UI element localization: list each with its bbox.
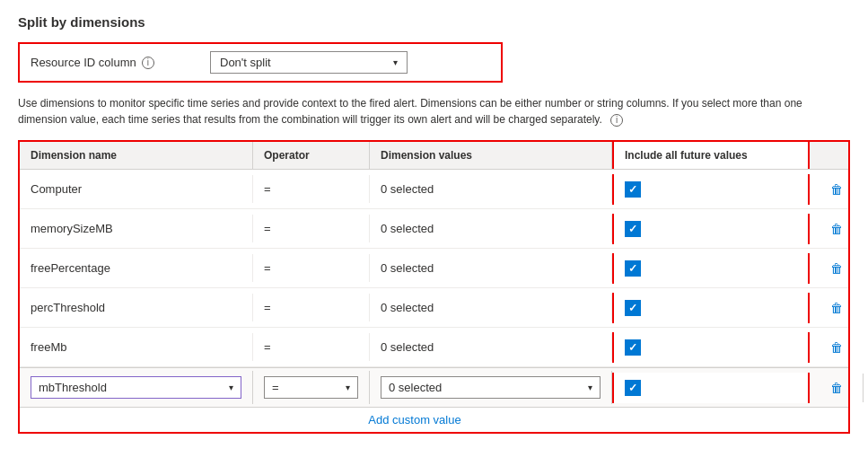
table-row: freeMb = 0 selected 🗑: [20, 328, 848, 367]
td-last-include-future: [612, 373, 810, 403]
last-operator-value: =: [272, 381, 279, 394]
td-delete-memorysizemb: 🗑: [810, 215, 864, 243]
td-operator-percthreshold: =: [253, 294, 370, 321]
td-operator-freemb: =: [253, 333, 370, 361]
table-row: memorySizeMB = 0 selected 🗑: [20, 209, 848, 249]
td-include-future-percthreshold: [612, 293, 810, 323]
delete-memorysizemb-icon[interactable]: 🗑: [820, 222, 853, 236]
th-dimension-values: Dimension values: [370, 142, 612, 169]
td-delete-computer: 🗑: [810, 175, 864, 204]
delete-freepercentage-icon[interactable]: 🗑: [820, 261, 853, 276]
td-values-freepercentage: 0 selected: [370, 254, 612, 282]
checkbox-freepercentage[interactable]: [625, 260, 641, 277]
td-last-delete: 🗑: [810, 374, 864, 402]
last-dimension-dropdown[interactable]: mbThreshold ▾: [31, 376, 241, 399]
checkbox-last-row[interactable]: [625, 380, 641, 396]
last-values-value: 0 selected: [389, 381, 442, 394]
table-row: freePercentage = 0 selected 🗑: [20, 249, 848, 288]
table-row: percThreshold = 0 selected 🗑: [20, 288, 848, 328]
checkbox-freemb[interactable]: [625, 339, 641, 356]
delete-percthreshold-icon[interactable]: 🗑: [820, 301, 853, 315]
td-last-dimension: mbThreshold ▾: [20, 371, 253, 404]
td-values-memorysizemb: 0 selected: [370, 215, 612, 242]
td-dimension-percthreshold: percThreshold: [20, 294, 253, 321]
checkbox-percthreshold[interactable]: [625, 300, 641, 316]
td-include-future-computer: [612, 174, 810, 205]
last-editable-row: mbThreshold ▾ = ▾ 0 selected ▾ 🗑: [20, 367, 848, 407]
last-values-chevron: ▾: [588, 383, 592, 392]
td-dimension-freemb: freeMb: [20, 333, 253, 361]
td-operator-memorysizemb: =: [253, 215, 370, 242]
td-delete-freepercentage: 🗑: [810, 254, 864, 283]
resource-id-dropdown-value: Don't split: [220, 56, 271, 69]
td-delete-percthreshold: 🗑: [810, 294, 864, 322]
add-custom-row: Add custom value: [20, 407, 848, 432]
th-operator: Operator: [253, 142, 370, 169]
checkbox-memorysizemb[interactable]: [625, 221, 641, 237]
td-include-future-freemb: [612, 332, 810, 363]
td-operator-freepercentage: =: [253, 254, 370, 282]
last-dimension-chevron: ▾: [229, 383, 233, 392]
add-custom-empty: [810, 408, 864, 432]
td-dimension-freepercentage: freePercentage: [20, 254, 253, 282]
td-dimension-memorysizemb: memorySizeMB: [20, 215, 253, 242]
resource-id-label: Resource ID column i: [31, 56, 210, 69]
th-actions: [810, 142, 864, 169]
resource-id-info-icon[interactable]: i: [142, 57, 154, 69]
td-last-values: 0 selected ▾: [370, 371, 612, 404]
td-operator-computer: =: [253, 175, 370, 203]
last-operator-chevron: ▾: [346, 383, 350, 392]
resource-id-dropdown-chevron: ▾: [393, 57, 398, 67]
td-delete-freemb: 🗑: [810, 333, 864, 362]
add-custom-link[interactable]: Add custom value: [20, 408, 810, 432]
table-row: Computer = 0 selected 🗑: [20, 170, 848, 209]
td-values-percthreshold: 0 selected: [370, 294, 612, 321]
table-header: Dimension name Operator Dimension values…: [20, 142, 848, 170]
resource-id-row: Resource ID column i Don't split ▾: [18, 42, 503, 83]
description-info-icon[interactable]: i: [610, 114, 623, 127]
td-include-future-memorysizemb: [612, 214, 810, 244]
description-text: Use dimensions to monitor specific time …: [18, 95, 850, 128]
th-dimension-name: Dimension name: [20, 142, 253, 169]
td-dimension-computer: Computer: [20, 175, 253, 203]
resource-id-dropdown[interactable]: Don't split ▾: [210, 51, 408, 74]
last-operator-dropdown[interactable]: = ▾: [264, 376, 358, 399]
delete-freemb-icon[interactable]: 🗑: [820, 340, 853, 355]
td-values-freemb: 0 selected: [370, 333, 612, 361]
td-include-future-freepercentage: [612, 253, 810, 284]
td-last-operator: = ▾: [253, 371, 370, 404]
resource-id-text: Resource ID column: [31, 56, 136, 69]
delete-computer-icon[interactable]: 🗑: [820, 182, 853, 197]
description-content: Use dimensions to monitor specific time …: [18, 97, 802, 126]
dimensions-table: Dimension name Operator Dimension values…: [18, 140, 850, 434]
delete-last-row-icon[interactable]: 🗑: [820, 381, 852, 395]
last-values-dropdown[interactable]: 0 selected ▾: [381, 376, 601, 399]
td-values-computer: 0 selected: [370, 175, 612, 203]
th-include-future: Include all future values: [612, 142, 810, 169]
checkbox-computer[interactable]: [625, 181, 641, 198]
last-dimension-value: mbThreshold: [39, 381, 107, 394]
page-title: Split by dimensions: [18, 14, 850, 30]
